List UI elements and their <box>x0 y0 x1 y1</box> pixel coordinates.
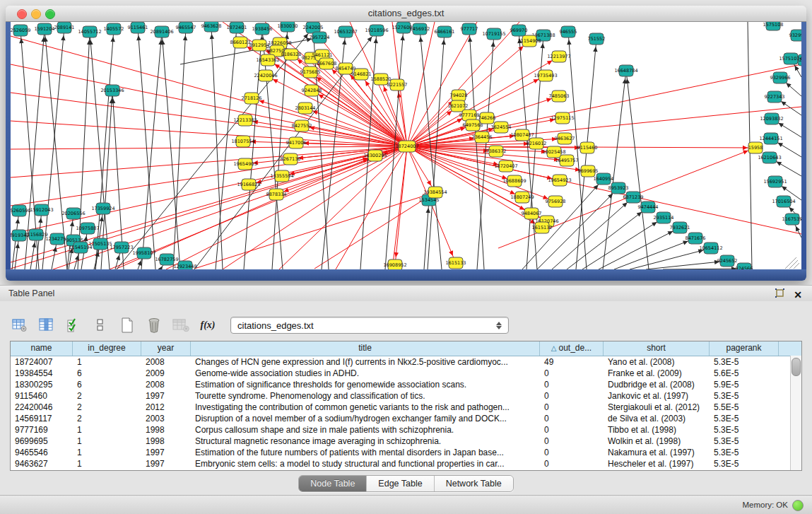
network-node[interactable]: 19958107 <box>132 247 155 259</box>
network-canvas[interactable]: 2526059159120420891411405571214055729115… <box>11 22 801 269</box>
network-node[interactable]: 746266 <box>478 112 496 124</box>
network-node[interactable]: 3624554 <box>491 122 512 133</box>
network-node[interactable]: 1615133 <box>446 257 466 269</box>
column-header-title[interactable]: title <box>191 341 540 356</box>
network-node[interactable]: 9115460 <box>577 142 598 153</box>
table-row[interactable]: 911546021997Tourette syndrome. Phenomeno… <box>11 390 801 402</box>
network-node[interactable]: 19654923 <box>548 175 571 186</box>
network-node[interactable]: 14055712 <box>78 26 101 37</box>
network-node[interactable]: 6871239 <box>623 192 644 203</box>
network-node[interactable]: 20153346 <box>100 85 124 96</box>
network-node[interactable]: 2089141 <box>54 22 75 33</box>
network-node[interactable]: 19654903 <box>233 158 257 170</box>
network-node[interactable]: 7386372 <box>486 146 507 157</box>
table-row[interactable]: 1456911722003Disruption of a novel membe… <box>11 413 801 424</box>
row-height-button[interactable] <box>90 315 110 335</box>
network-node[interactable]: 924566 <box>736 263 753 269</box>
network-node[interactable]: 12093832 <box>760 113 783 124</box>
tab-node-table[interactable]: Node Table <box>299 476 367 491</box>
network-node[interactable]: 1591204 <box>35 23 55 35</box>
network-node[interactable]: 932997 <box>789 30 801 41</box>
network-node[interactable]: 2667608 <box>317 58 337 69</box>
network-node[interactable]: 20206556 <box>61 208 85 219</box>
network-node[interactable]: 15912043 <box>30 204 53 216</box>
network-node[interactable]: 10719155 <box>482 28 505 40</box>
network-hub-node[interactable]: 18724007 <box>395 141 418 152</box>
network-node[interactable]: 8186328 <box>281 49 302 60</box>
scrollbar-thumb[interactable] <box>792 358 801 376</box>
network-node[interactable]: 1640954 <box>594 173 614 185</box>
network-node[interactable]: 2803144 <box>295 103 316 114</box>
network-node[interactable]: 15958 <box>748 142 763 153</box>
network-node[interactable]: 7957224 <box>310 32 330 43</box>
network-node[interactable]: 1872401 <box>227 22 247 33</box>
network-node[interactable]: 10653287 <box>334 26 357 37</box>
network-node[interactable]: 1575108 <box>763 22 784 30</box>
network-node[interactable]: 9417006 <box>286 137 307 148</box>
table-row[interactable]: 946554611997Estimation of the future num… <box>11 447 801 458</box>
network-node[interactable]: 12213383 <box>233 115 257 126</box>
network-node[interactable]: 9484067 <box>522 208 542 219</box>
network-node[interactable]: 20891406 <box>150 26 173 37</box>
tab-network-table[interactable]: Network Table <box>435 476 513 491</box>
network-node[interactable]: 8427552 <box>292 120 312 132</box>
column-header-name[interactable]: name <box>11 341 73 356</box>
network-node[interactable]: 12213977 <box>547 51 570 62</box>
table-select[interactable]: citations_edges.txt <box>230 317 509 334</box>
network-node[interactable]: 8267130 <box>281 153 301 165</box>
table-row[interactable]: 2242004622012Investigating the contribut… <box>11 402 801 413</box>
network-node[interactable]: 946555 <box>560 26 577 37</box>
column-header-short[interactable]: short <box>604 341 710 356</box>
network-node[interactable]: 12975115 <box>551 112 574 124</box>
network-node[interactable]: 6466161 <box>435 26 455 37</box>
function-builder-button[interactable]: f(x) <box>198 315 218 335</box>
network-node[interactable]: 16648784 <box>614 65 637 76</box>
network-node[interactable]: 16908952 <box>383 259 406 269</box>
network-node[interactable]: 9115461 <box>128 22 148 33</box>
select-columns-button[interactable] <box>64 315 83 335</box>
table-vertical-scrollbar[interactable] <box>790 356 801 470</box>
network-node[interactable]: 9329966 <box>770 72 791 83</box>
table-row[interactable]: 946362711997Embryonic stem cells: a mode… <box>11 458 801 469</box>
table-row[interactable]: 1830029562008Estimation of significance … <box>11 379 801 390</box>
network-node[interactable]: 19218596 <box>365 25 388 36</box>
network-node[interactable]: 8221557 <box>387 79 408 90</box>
network-node[interactable]: 1830030 <box>278 22 298 32</box>
network-node[interactable]: 2935114 <box>654 212 674 223</box>
network-node[interactable]: 977717 <box>461 23 478 35</box>
network-node[interactable]: 1456912 <box>410 23 430 35</box>
delete-column-button[interactable] <box>144 315 164 335</box>
network-node[interactable]: 18107554 <box>231 136 254 147</box>
table-row[interactable]: 1938455462009Genome-wide association stu… <box>11 368 801 379</box>
network-node[interactable]: 15692951 <box>763 176 787 187</box>
column-header-year[interactable]: year <box>141 341 191 356</box>
network-node[interactable]: 9465547 <box>176 22 196 33</box>
network-node[interactable]: 9227343 <box>765 91 785 103</box>
network-node[interactable]: 19166825 <box>237 179 260 190</box>
network-node[interactable]: 9474444 <box>638 201 659 213</box>
network-node[interactable]: 9463628 <box>201 22 222 32</box>
show-column-button[interactable] <box>37 315 57 335</box>
network-node[interactable]: 7932621 <box>670 222 690 233</box>
network-node[interactable]: 2526059 <box>11 25 30 36</box>
network-node[interactable]: 8216012 <box>526 138 547 149</box>
network-node[interactable]: 9756928 <box>546 196 566 207</box>
network-node[interactable]: 1938456 <box>252 23 273 35</box>
network-node[interactable]: 12444151 <box>759 133 782 144</box>
network-node[interactable]: 9463627 <box>555 133 575 144</box>
network-node[interactable]: 8471676 <box>686 233 706 244</box>
network-node[interactable]: 794028 <box>450 90 468 101</box>
network-node[interactable]: 2364456 <box>472 132 493 143</box>
tab-edge-table[interactable]: Edge Table <box>367 476 434 491</box>
network-node[interactable]: 9175685 <box>300 66 321 78</box>
network-node[interactable]: 8660123 <box>230 37 251 48</box>
table-mode-button[interactable] <box>10 315 30 335</box>
network-window-titlebar[interactable]: citations_edges.txt <box>6 6 806 22</box>
network-node[interactable]: 9242848 <box>302 85 322 96</box>
network-node[interactable]: 1167533 <box>782 214 801 225</box>
network-node[interactable]: 25260590 <box>11 205 31 216</box>
table-row[interactable]: 969969511998Structural magnetic resonanc… <box>11 436 801 447</box>
table-row[interactable]: 977716911998Corpus callosum shape and si… <box>11 424 801 436</box>
column-header-out-de-[interactable]: △out_de... <box>540 341 604 356</box>
network-node[interactable]: 17016504 <box>772 196 795 207</box>
